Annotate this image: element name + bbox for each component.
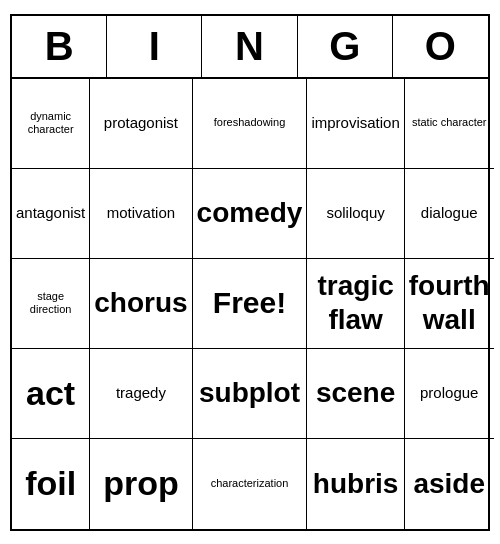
bingo-cell[interactable]: scene (307, 349, 404, 439)
bingo-cell[interactable]: prologue (405, 349, 494, 439)
bingo-cell[interactable]: dynamic character (12, 79, 90, 169)
bingo-cell[interactable]: prop (90, 439, 192, 529)
bingo-cell[interactable]: fourth wall (405, 259, 494, 349)
bingo-grid: dynamic characterprotagonistforeshadowin… (12, 79, 488, 529)
bingo-cell[interactable]: hubris (307, 439, 404, 529)
header-letter: O (393, 16, 488, 77)
bingo-cell[interactable]: Free! (193, 259, 308, 349)
bingo-cell[interactable]: act (12, 349, 90, 439)
header-letter: N (202, 16, 297, 77)
header-letter: G (298, 16, 393, 77)
bingo-cell[interactable]: stage direction (12, 259, 90, 349)
bingo-cell[interactable]: protagonist (90, 79, 192, 169)
bingo-cell[interactable]: static character (405, 79, 494, 169)
bingo-cell[interactable]: improvisation (307, 79, 404, 169)
bingo-cell[interactable]: characterization (193, 439, 308, 529)
bingo-header: BINGO (12, 16, 488, 79)
bingo-cell[interactable]: soliloquy (307, 169, 404, 259)
bingo-cell[interactable]: antagonist (12, 169, 90, 259)
bingo-cell[interactable]: subplot (193, 349, 308, 439)
header-letter: I (107, 16, 202, 77)
bingo-cell[interactable]: comedy (193, 169, 308, 259)
header-letter: B (12, 16, 107, 77)
bingo-cell[interactable]: dialogue (405, 169, 494, 259)
bingo-cell[interactable]: aside (405, 439, 494, 529)
bingo-card: BINGO dynamic characterprotagonistforesh… (10, 14, 490, 531)
bingo-cell[interactable]: motivation (90, 169, 192, 259)
bingo-cell[interactable]: chorus (90, 259, 192, 349)
bingo-cell[interactable]: tragic flaw (307, 259, 404, 349)
bingo-cell[interactable]: tragedy (90, 349, 192, 439)
bingo-cell[interactable]: foreshadowing (193, 79, 308, 169)
bingo-cell[interactable]: foil (12, 439, 90, 529)
